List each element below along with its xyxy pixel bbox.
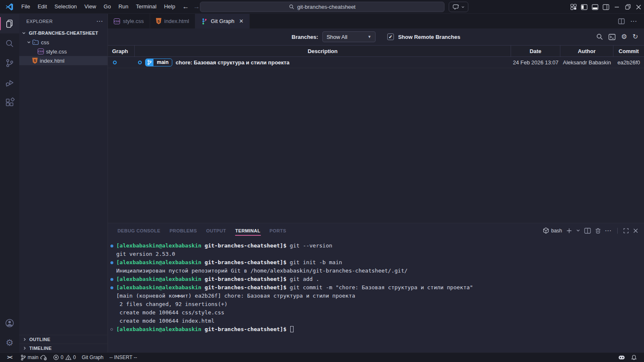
workbench: ⚙ EXPLORER ··· GIT-BRANCHES-CHEATSHEET c… — [0, 14, 644, 352]
menu-selection[interactable]: Selection — [51, 2, 80, 12]
command-decoration-icon[interactable] — [110, 261, 113, 264]
terminal-line: 2 files changed, 92 insertions(+) — [108, 300, 644, 308]
panel-tab-ports[interactable]: PORTS — [265, 223, 291, 238]
more-actions-icon[interactable]: ··· — [631, 18, 637, 24]
refresh-icon[interactable]: ↻ — [633, 33, 638, 40]
tab-index-html[interactable]: 5 index.html — [150, 14, 195, 28]
file-tree: GIT-BRANCHES-CHEATSHEET css CSS style.cs… — [19, 28, 107, 335]
toggle-panel-icon[interactable] — [590, 0, 601, 14]
activity-extensions[interactable] — [0, 92, 19, 112]
sidebar-more-actions-icon[interactable]: ··· — [97, 18, 103, 24]
split-terminal-icon[interactable] — [584, 228, 591, 234]
terminal-output[interactable]: [alexbabaskin@alexbabaskin git-branches-… — [108, 238, 644, 352]
kill-terminal-icon[interactable] — [595, 227, 601, 234]
tab-style-css[interactable]: CSS style.css — [108, 14, 150, 28]
terminal-text: [alexbabaskin@alexbabaskin — [116, 276, 204, 282]
remote-indicator[interactable]: >< — [4, 353, 15, 362]
problems-status[interactable]: 0 0 — [50, 353, 79, 362]
tree-item-style-css[interactable]: CSS style.css — [19, 47, 107, 56]
tab-close-icon[interactable]: ✕ — [239, 18, 243, 24]
new-terminal-icon[interactable] — [566, 228, 572, 234]
tab-label: Git Graph — [211, 18, 234, 24]
branches-label: Branches: — [291, 34, 318, 40]
split-editor-icon[interactable] — [618, 18, 625, 24]
close-icon[interactable] — [633, 0, 644, 14]
panel-tab-terminal[interactable]: TERMINAL — [231, 223, 265, 238]
terminal-text: Инициализирован пустой репозиторий Git в… — [116, 268, 408, 274]
menu-file[interactable]: File — [18, 2, 34, 12]
terminal-cursor — [290, 326, 294, 332]
status-bar: >< main 0 0 Git Graph -- INSERT -- — [0, 352, 644, 362]
menu-help[interactable]: Help — [160, 2, 179, 12]
git-graph-status[interactable]: Git Graph — [79, 353, 106, 362]
close-panel-icon[interactable] — [633, 228, 638, 233]
account-icon — [5, 318, 15, 328]
terminal-line: [main (корневой коммит) ea2b26f] chore: … — [108, 292, 644, 300]
settings-button[interactable]: ⚙ — [0, 333, 19, 352]
terminal-line: git version 2.53.0 — [108, 250, 644, 258]
terminal-line: [alexbabaskin@alexbabaskin git-branches-… — [108, 283, 644, 292]
account-button[interactable] — [0, 313, 19, 333]
files-icon — [5, 19, 15, 29]
branch-status[interactable]: main — [18, 353, 50, 362]
terminal-text: git add . — [290, 276, 319, 282]
activity-source-control[interactable] — [0, 53, 19, 73]
tree-item-label: index.html — [40, 58, 64, 64]
launch-profile-chevron-icon[interactable] — [576, 229, 580, 232]
publish-cloud-icon — [40, 354, 47, 360]
commit-description-cell: main chore: Базовая структура и стили пр… — [135, 57, 511, 68]
toggle-primary-sidebar-icon[interactable] — [579, 0, 590, 14]
outline-section-header[interactable]: OUTLINE — [19, 335, 107, 344]
git-graph-actions: ⚙ ↻ — [596, 28, 638, 45]
nav-forward-icon[interactable]: → — [193, 3, 200, 10]
toggle-secondary-sidebar-icon[interactable] — [601, 0, 611, 14]
menu-run[interactable]: Run — [115, 2, 132, 12]
copilot-chat-button[interactable] — [449, 2, 468, 12]
commit-author: Aleksandr Babaskin — [560, 57, 613, 68]
command-decoration-icon[interactable] — [110, 286, 113, 289]
menu-go[interactable]: Go — [100, 2, 115, 12]
tab-git-graph[interactable]: Git Graph ✕ — [195, 14, 250, 28]
restore-icon[interactable] — [622, 0, 633, 14]
nav-back-icon[interactable]: ← — [182, 3, 189, 10]
bell-icon — [631, 354, 637, 361]
show-remote-checkbox[interactable]: ✓ — [387, 33, 394, 40]
html-file-icon: 5 — [156, 18, 161, 24]
panel-tab-problems[interactable]: PROBLEMS — [165, 223, 202, 238]
copilot-status[interactable] — [615, 354, 628, 360]
activity-run-debug[interactable] — [0, 73, 19, 92]
branches-dropdown-value: Show All — [327, 34, 348, 40]
column-commit: Commit — [613, 46, 644, 56]
panel-tab-debug-console[interactable]: DEBUG CONSOLE — [113, 223, 165, 238]
menu-terminal[interactable]: Terminal — [132, 2, 160, 12]
panel-tab-output[interactable]: OUTPUT — [202, 223, 231, 238]
activity-explorer[interactable] — [0, 14, 19, 33]
minimize-icon[interactable] — [611, 0, 622, 14]
terminal-icon[interactable] — [608, 34, 616, 40]
tree-item-css-folder[interactable]: css — [19, 38, 107, 47]
notifications-bell[interactable] — [628, 354, 640, 361]
branches-dropdown[interactable]: Show All ▼ — [322, 31, 376, 42]
tree-root-folder[interactable]: GIT-BRANCHES-CHEATSHEET — [19, 28, 107, 38]
settings-gear-icon[interactable]: ⚙ — [621, 33, 627, 40]
terminal-profile[interactable]: bash — [543, 227, 562, 234]
command-decoration-icon[interactable] — [110, 278, 113, 281]
maximize-panel-icon[interactable] — [623, 228, 629, 234]
terminal-text: git-branches-cheatsheet]$ — [204, 242, 290, 249]
activity-search[interactable] — [0, 33, 19, 53]
root-folder-label: GIT-BRANCHES-CHEATSHEET — [29, 31, 98, 36]
timeline-section-label: TIMELINE — [29, 346, 52, 351]
timeline-section-header[interactable]: TIMELINE — [19, 344, 107, 352]
branch-badge[interactable]: main — [145, 59, 172, 66]
menu-view[interactable]: View — [81, 2, 100, 12]
more-actions-icon[interactable]: ··· — [605, 227, 612, 234]
git-graph-toolbar: Branches: Show All ▼ ✓ Show Remote Branc… — [108, 28, 644, 45]
tree-item-index-html[interactable]: 5 index.html — [19, 56, 107, 65]
command-center-search[interactable]: git-branches-cheatsheet — [200, 2, 445, 12]
css-file-icon: CSS — [38, 48, 44, 54]
customize-layout-icon[interactable] — [568, 0, 579, 14]
commit-row[interactable]: main chore: Базовая структура и стили пр… — [108, 57, 644, 68]
command-decoration-icon[interactable] — [110, 245, 113, 247]
menu-edit[interactable]: Edit — [34, 2, 51, 12]
find-icon[interactable] — [596, 33, 603, 40]
